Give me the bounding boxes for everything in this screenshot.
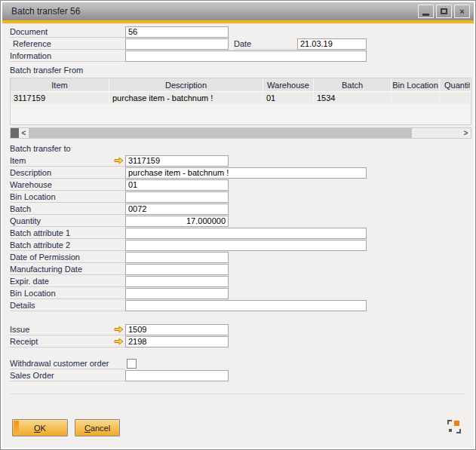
reference-row: Reference Date 21.03.19 [10, 38, 466, 50]
withdrawal-row: Withdrawal customer order [10, 357, 466, 369]
date-label: Date [234, 39, 251, 48]
details-label: Details [10, 301, 35, 310]
scrollbar-split-handle[interactable] [11, 128, 19, 138]
batch-row: Batch 0072 [10, 203, 466, 215]
document-field[interactable]: 56 [125, 26, 229, 38]
title-bar[interactable]: Batch transfer 56 × [2, 2, 474, 20]
cell-item[interactable]: 3117159 [11, 92, 109, 104]
cancel-button[interactable]: Cancel [75, 419, 120, 436]
bin-location-row: Bin Location [10, 191, 466, 203]
bin-location-2-label: Bin Location [10, 289, 56, 298]
maximize-button[interactable] [436, 5, 452, 18]
receipt-row: Receipt 2198 [10, 335, 466, 347]
close-button[interactable]: × [454, 5, 470, 18]
batch-attribute-1-row: Batch attribute 1 [10, 227, 466, 239]
date-of-permission-row: Date of Permission [10, 251, 466, 263]
item-link-arrow-icon[interactable] [114, 157, 124, 164]
date-of-permission-label: Date of Permission [10, 253, 80, 262]
warehouse-row: Warehouse 01 [10, 179, 466, 191]
scroll-left-button[interactable]: < [19, 128, 29, 138]
document-row: Document 56 [10, 26, 466, 38]
receipt-field[interactable]: 2198 [125, 336, 229, 347]
scroll-right-button[interactable]: > [461, 128, 471, 138]
cell-quantity[interactable] [440, 92, 471, 104]
cell-description[interactable]: purchase item - batchnum ! [109, 92, 263, 104]
scroll-left-icon: < [22, 129, 26, 137]
expand-form-icon[interactable] [447, 420, 461, 433]
date-field[interactable]: 21.03.19 [297, 38, 367, 50]
item-label: Item [10, 156, 26, 165]
scroll-right-icon: > [464, 129, 468, 137]
batch-transfer-window: Batch transfer 56 × Document 56 Referenc… [0, 0, 476, 450]
withdrawal-customer-order-checkbox[interactable] [127, 359, 137, 369]
date-of-permission-field[interactable] [125, 252, 229, 263]
withdrawal-customer-order-label: Withdrawal customer order [10, 359, 109, 368]
quantity-field[interactable]: 17.000000 [125, 216, 229, 227]
bin-location-2-row: Bin Location [10, 287, 466, 299]
bin-location-label: Bin Location [10, 192, 56, 201]
information-row: Information [10, 50, 466, 62]
quantity-row: Quantity 17.000000 [10, 215, 466, 227]
batch-from-table: Item Description Warehouse Batch Bin Loc… [10, 78, 471, 125]
horizontal-scrollbar[interactable]: < > [10, 127, 471, 139]
bin-location-field[interactable] [125, 191, 229, 203]
cell-warehouse[interactable]: 01 [263, 92, 314, 104]
receipt-label: Receipt [10, 337, 38, 346]
information-field[interactable] [125, 51, 367, 62]
button-row: OK Cancel [12, 419, 466, 436]
details-field[interactable] [125, 300, 367, 311]
column-header-bin-location[interactable]: Bin Location [392, 78, 440, 91]
window-controls: × [418, 5, 470, 18]
description-label: Description [10, 168, 51, 177]
item-field[interactable]: 3117159 [125, 155, 229, 167]
receipt-link-arrow-icon[interactable] [114, 338, 124, 345]
table-header-row: Item Description Warehouse Batch Bin Loc… [11, 78, 471, 92]
batch-attribute-2-field[interactable] [125, 240, 367, 251]
bin-location-2-field[interactable] [125, 288, 229, 299]
from-section-title: Batch transfer From [10, 64, 466, 76]
issue-field[interactable]: 1509 [125, 324, 229, 335]
batch-attribute-1-field[interactable] [125, 228, 367, 239]
column-header-batch[interactable]: Batch [314, 78, 392, 91]
manufacturing-date-row: Manufacturing Date [10, 263, 466, 275]
batch-attribute-2-row: Batch attribute 2 [10, 239, 466, 251]
warehouse-field[interactable]: 01 [125, 179, 229, 191]
sales-order-field[interactable] [125, 370, 229, 381]
reference-field[interactable] [125, 38, 229, 50]
manufacturing-date-label: Manufacturing Date [10, 265, 82, 274]
window-inner-frame: Batch transfer 56 × Document 56 Referenc… [2, 2, 474, 448]
details-row: Details [10, 299, 466, 311]
column-header-description[interactable]: Description [109, 78, 263, 91]
cell-bin-location[interactable] [392, 92, 440, 104]
table-row[interactable]: 3117159 purchase item - batchnum ! 01 15… [11, 92, 471, 104]
column-header-warehouse[interactable]: Warehouse [263, 78, 314, 91]
minimize-button[interactable] [418, 5, 434, 18]
ok-button[interactable]: OK [12, 419, 68, 436]
description-row: Description purchase item - batchnum ! [10, 167, 466, 179]
reference-label: Reference [10, 39, 51, 48]
expir-date-label: Expir. date [10, 277, 49, 286]
sales-order-row: Sales Order [10, 369, 466, 381]
batch-label: Batch [10, 204, 31, 213]
cell-batch[interactable]: 1534 [314, 92, 392, 104]
batch-attribute-2-label: Batch attribute 2 [10, 240, 70, 249]
expir-date-field[interactable] [125, 276, 229, 287]
close-icon: × [459, 7, 464, 16]
scrollbar-track[interactable] [412, 128, 461, 138]
quantity-label: Quantity [10, 216, 41, 225]
description-field[interactable]: purchase item - batchnum ! [125, 167, 367, 179]
batch-field[interactable]: 0072 [125, 204, 229, 215]
column-header-quantity[interactable]: Quantity [440, 78, 471, 91]
window-title: Batch transfer 56 [11, 6, 418, 17]
document-label: Document [10, 27, 48, 36]
issue-label: Issue [10, 325, 29, 334]
batch-attribute-1-label: Batch attribute 1 [10, 228, 70, 237]
column-header-item[interactable]: Item [11, 78, 109, 91]
manufacturing-date-field[interactable] [125, 264, 229, 275]
default-button-strip [14, 421, 19, 435]
expir-date-row: Expir. date [10, 275, 466, 287]
information-label: Information [10, 51, 51, 60]
scrollbar-thumb[interactable] [29, 128, 412, 138]
issue-row: Issue 1509 [10, 323, 466, 335]
issue-link-arrow-icon[interactable] [114, 326, 124, 333]
